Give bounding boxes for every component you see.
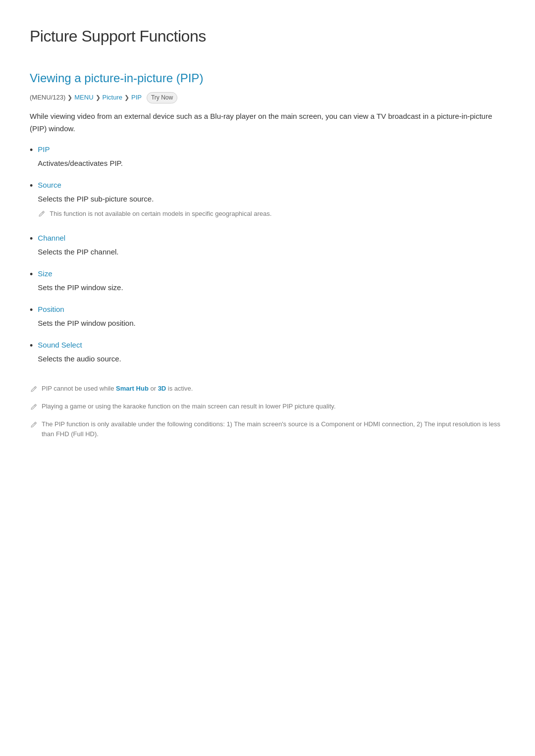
bullet-desc-channel: Selects the PIP channel. [38,246,118,258]
pencil-icon-note1 [30,385,38,397]
pencil-icon-note2 [30,403,38,414]
breadcrumb-picture: Picture [103,93,122,103]
breadcrumb-menu: MENU [74,93,93,103]
list-item: • Channel Selects the PIP channel. [30,232,505,268]
bullet-content-channel: Channel Selects the PIP channel. [38,232,118,262]
section-title: Viewing a picture-in-picture (PIP) [30,69,505,88]
breadcrumb-pip: PIP [131,93,142,103]
list-item: • PIP Activates/deactivates PIP. [30,144,505,179]
bullet-desc-sound-select: Selects the audio source. [38,353,121,365]
bullet-desc-source: Selects the PIP sub-picture source. [38,193,271,205]
bullet-term-position: Position [38,303,135,315]
list-item: • Size Sets the PIP window size. [30,268,505,303]
bullet-dot: • [30,143,33,157]
bullet-dot: • [30,339,33,353]
bottom-note-text-1: PIP cannot be used while Smart Hub or 3D… [42,384,193,394]
list-item: • Source Selects the PIP sub-picture sou… [30,179,505,232]
breadcrumb-chevron-3: ❯ [124,93,129,102]
list-item: • Sound Select Selects the audio source. [30,339,505,375]
bullet-content-sound-select: Sound Select Selects the audio source. [38,339,121,369]
bullet-term-source: Source [38,179,271,191]
breadcrumb-chevron-2: ❯ [96,93,101,102]
bottom-note-text-3: The PIP function is only available under… [42,419,505,439]
source-note-text: This function is not available on certai… [50,209,271,219]
breadcrumb-chevron-1: ❯ [67,93,72,102]
breadcrumb-menu123: (MENU/123) [30,93,65,103]
bullet-content-position: Position Sets the PIP window position. [38,303,135,333]
intro-text: While viewing video from an external dev… [30,110,505,135]
3d-highlight: 3D [158,385,166,392]
pencil-icon-source [38,209,46,221]
bottom-note-1: PIP cannot be used while Smart Hub or 3D… [30,384,505,397]
bullet-term-pip: PIP [38,144,122,155]
source-note: This function is not available on certai… [38,209,271,221]
bottom-note-3: The PIP function is only available under… [30,419,505,439]
smart-hub-highlight: Smart Hub [116,385,149,392]
bottom-notes: PIP cannot be used while Smart Hub or 3D… [30,384,505,439]
bullet-term-size: Size [38,268,123,280]
bullet-desc-pip: Activates/deactivates PIP. [38,157,122,169]
bullet-dot: • [30,179,33,193]
page-title: Picture Support Functions [30,24,505,49]
bullet-dot: • [30,232,33,246]
bullet-content-pip: PIP Activates/deactivates PIP. [38,144,122,173]
bullet-list: • PIP Activates/deactivates PIP. • Sourc… [30,144,505,375]
bottom-note-text-2: Playing a game or using the karaoke func… [42,402,336,411]
bullet-desc-size: Sets the PIP window size. [38,282,123,294]
bullet-content-size: Size Sets the PIP window size. [38,268,123,298]
list-item: • Position Sets the PIP window position. [30,303,505,339]
bullet-dot: • [30,303,33,317]
bullet-term-sound-select: Sound Select [38,339,121,351]
pencil-icon-note3 [30,420,38,432]
bottom-note-2: Playing a game or using the karaoke func… [30,402,505,414]
bullet-term-channel: Channel [38,232,118,244]
bullet-dot: • [30,267,33,282]
breadcrumb: (MENU/123) ❯ MENU ❯ Picture ❯ PIP Try No… [30,92,505,103]
bullet-desc-position: Sets the PIP window position. [38,317,135,329]
try-now-badge[interactable]: Try Now [147,92,177,103]
bullet-content-source: Source Selects the PIP sub-picture sourc… [38,179,271,226]
